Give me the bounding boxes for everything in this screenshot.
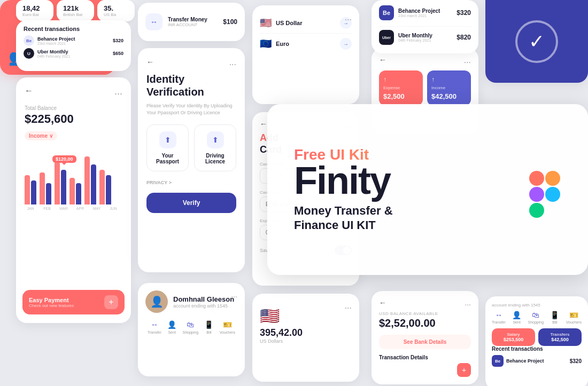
stat-cards: 18,42 Euro Bal 121k British Bal 35. US B… [16, 0, 135, 21]
balance-amount: $225,600 [25, 112, 122, 126]
bars [25, 146, 122, 204]
transfer-label: Transfer [148, 330, 161, 334]
card-balance: ← ... Total Balance $225,600 Income ∨ $1… [16, 77, 131, 323]
card-recent-transactions: Recent transactions Be Behance Project 2… [16, 20, 131, 71]
chart-label-0: JAN [25, 207, 36, 210]
behance-row: Be Behance Project 23rd march 2021 $320 [379, 5, 471, 20]
stat-val-2: 35. [104, 4, 128, 12]
sent-icon: 👤 [167, 320, 176, 329]
rtx-row-0: Be Behance Project $320 [492, 355, 582, 367]
acct-ending: account ending with 1545 [492, 303, 582, 308]
balance-more-dots[interactable]: ... [114, 86, 122, 97]
stat-sub-0: Euro Bal [22, 12, 47, 17]
transfers-button[interactable]: Transfers $42,500 [538, 328, 582, 346]
transfer-sub: INR ACCOUNT [168, 22, 207, 27]
chart-label-5: JUN [107, 207, 119, 210]
identity-more-dots[interactable]: ... [229, 58, 236, 67]
salary-row: Salary $253,500 Transfers $42,500 [492, 328, 582, 346]
chart-tooltip: $120,00 [52, 155, 76, 163]
behance-info: Behance Project 23rd march 2021 [398, 8, 457, 18]
fni-shopping[interactable]: 🛍Shopping [528, 311, 544, 324]
stat-card-2: 35. US Ba [97, 0, 135, 21]
currency-item-0: 🇺🇸 US Dollar → [260, 13, 352, 34]
nav-vouchers[interactable]: 🎫 Vouchers [220, 320, 235, 334]
salary-button[interactable]: Salary $253,500 [492, 328, 535, 346]
expense-amount: $2,500 [383, 92, 419, 100]
promo-tagline-2: Finance UI KIT [294, 218, 376, 232]
salary-label: Salary [494, 332, 533, 337]
balance-back-arrow[interactable]: ← [25, 86, 122, 96]
sent-label: Sent [168, 330, 175, 334]
stat-sub-1: British Bal [63, 12, 88, 17]
fni-transfer[interactable]: ↔Transfer [492, 311, 506, 324]
currency-arrow-eur[interactable]: → [340, 38, 352, 50]
identity-back-arrow[interactable]: ← [146, 58, 236, 66]
upload-passport-icon: ⬆ [159, 131, 176, 148]
transfer-icon: ↔ [145, 13, 163, 30]
shopping-icon: 🛍 [187, 320, 194, 329]
currency-name-usd: US Dollar [276, 20, 303, 26]
recent-name-1: Uber Monthly [37, 49, 70, 54]
income-badge[interactable]: Income ∨ [25, 131, 57, 140]
fni-bb-label: BB [552, 320, 557, 324]
chart-label-1: FEB [41, 207, 53, 210]
uber-info: Uber Monthly 04th February 2021 [398, 33, 457, 42]
fni-transfer-icon: ↔ [495, 311, 502, 319]
usd-back[interactable]: ← [379, 298, 471, 307]
ep-text: Easy Payment Check out new features [29, 297, 74, 308]
currency-large-more[interactable]: ... [345, 301, 352, 311]
currency-more-dots[interactable]: ... [345, 13, 352, 22]
income-amount: $42,500 [431, 92, 467, 100]
profile-more[interactable]: ... [231, 290, 237, 299]
easy-payment: Easy Payment Check out new features + [22, 290, 125, 314]
fni-vouchers[interactable]: 🎫Vouchers [566, 311, 582, 324]
usd-more[interactable]: ... [465, 298, 471, 307]
recent-title: Recent transactions [24, 26, 123, 32]
expense-box: ↑ Expense $2,500 [379, 70, 423, 106]
income-badge-label: Income ∨ [29, 133, 53, 139]
uber-date: 04th February 2021 [398, 38, 457, 42]
promo-tagline: Money Transfer & Finance UI KIT [294, 204, 513, 232]
fig-dot-blue [545, 187, 560, 202]
figma-logo [529, 171, 561, 208]
expense-more[interactable]: ... [464, 56, 471, 65]
privacy-link[interactable]: PRIVACY > [146, 180, 236, 185]
income-up-arrow: ↑ [431, 76, 467, 83]
recent-tx-title: Recent transactions [492, 346, 582, 352]
check-circle: ✓ [515, 20, 558, 63]
card-check: ✓ [485, 0, 588, 83]
promo-text: Free UI Kit Finity Money Transfer & Fina… [294, 147, 513, 232]
recent-amt-1: $650 [113, 51, 123, 56]
nav-transfer[interactable]: ↔ Transfer [148, 320, 161, 334]
nav-sent[interactable]: 👤 Sent [167, 320, 176, 334]
doc-card-passport[interactable]: ⬆ YourPassport [146, 124, 189, 171]
flag-eur: 🇪🇺 [260, 38, 272, 50]
nav-shopping[interactable]: 🛍 Shopping [183, 320, 199, 334]
income-box: ↑ Income $42,500 [427, 70, 471, 106]
doc-cards: ⬆ YourPassport ⬆ DrivingLicence [146, 124, 236, 171]
stat-card-1: 121k British Bal [57, 0, 94, 21]
card-currency-large: ... 🇺🇸 395,42.00 US Dollars [252, 294, 359, 382]
fni-sent[interactable]: 👤Sent [512, 311, 521, 324]
fni-bb[interactable]: 📱BB [550, 311, 559, 324]
upload-licence-icon: ⬆ [207, 131, 224, 148]
profile-top: 👤 Domhnall Gleeson account ending with 1… [145, 290, 237, 313]
expense-back[interactable]: ← [379, 56, 471, 64]
uber-amount: $820 [457, 34, 471, 41]
nav-bill[interactable]: 📱 Bill [204, 320, 213, 334]
card-usd-balance: ← ... USD BALANCE AVAILABLE $2,52,00.00 … [372, 291, 478, 384]
tx-plus-button[interactable]: + [457, 363, 471, 377]
verify-button[interactable]: Verify [146, 193, 236, 213]
fni-transfer-label: Transfer [492, 320, 506, 324]
transfers-amount: $42,500 [540, 337, 579, 342]
ep-btn[interactable]: + [104, 295, 118, 309]
see-bank-button[interactable]: See Bank Details [379, 335, 471, 349]
profile-name: Domhnall Gleeson [173, 295, 234, 303]
doc-card-licence[interactable]: ⬆ DrivingLicence [194, 124, 236, 171]
licence-label: DrivingLicence [205, 153, 225, 164]
shopping-label: Shopping [183, 330, 199, 334]
passport-label: YourPassport [156, 153, 179, 164]
stat-val-0: 18,42 [22, 4, 47, 12]
currency-name-eur: Euro [276, 41, 289, 47]
transfer-name: Transfer Money [168, 17, 207, 22]
